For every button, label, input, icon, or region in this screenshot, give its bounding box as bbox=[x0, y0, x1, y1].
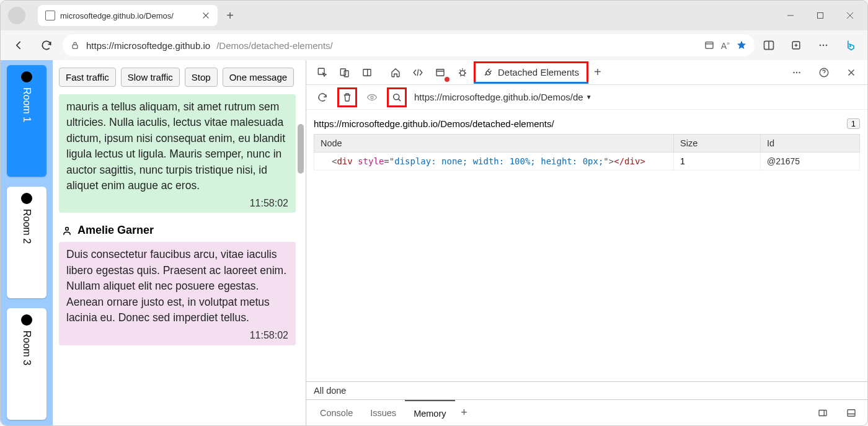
room-2[interactable]: Room 2 bbox=[7, 187, 46, 298]
user-icon bbox=[61, 225, 73, 236]
room-1[interactable]: Room 1 bbox=[7, 65, 46, 177]
url-path: /Demos/detached-elements/ bbox=[216, 40, 333, 51]
lock-icon bbox=[70, 40, 80, 50]
col-node[interactable]: Node bbox=[314, 135, 674, 153]
maximize-button[interactable] bbox=[807, 6, 834, 25]
more-tabs-button[interactable]: + bbox=[588, 65, 607, 79]
refresh-button[interactable] bbox=[35, 34, 58, 56]
svg-point-5 bbox=[820, 45, 822, 47]
drawer-more-button[interactable]: + bbox=[455, 406, 474, 419]
drawer-tab-memory[interactable]: Memory bbox=[405, 400, 454, 425]
detached-row[interactable]: <div style="display: none; width: 100%; … bbox=[314, 153, 860, 171]
help-icon[interactable] bbox=[813, 61, 835, 84]
plug-icon bbox=[483, 67, 494, 78]
bing-button[interactable] bbox=[841, 34, 860, 56]
size-cell: 1 bbox=[674, 153, 761, 171]
frame-url: https://microsoftedge.github.io/Demos/de bbox=[414, 92, 583, 102]
svg-point-15 bbox=[793, 71, 794, 73]
inspect-element-icon[interactable] bbox=[311, 61, 334, 84]
drawer-tab-console[interactable]: Console bbox=[311, 400, 361, 425]
svg-point-14 bbox=[460, 71, 465, 76]
svg-point-16 bbox=[796, 71, 797, 73]
status-dot-icon bbox=[21, 314, 32, 326]
message-time: 11:58:02 bbox=[66, 193, 288, 210]
rooms-sidebar: Room 1 Room 2 Room 3 bbox=[1, 60, 53, 425]
room-3[interactable]: Room 3 bbox=[7, 308, 46, 420]
col-size[interactable]: Size bbox=[674, 135, 761, 153]
stop-button[interactable]: Stop bbox=[185, 68, 218, 87]
svg-rect-1 bbox=[73, 45, 78, 48]
detached-elements-tab[interactable]: Detached Elements bbox=[474, 61, 588, 84]
message-text: Duis consectetur faucibus arcu, vitae ia… bbox=[66, 247, 288, 326]
id-cell: @21675 bbox=[761, 153, 860, 171]
search-icon[interactable] bbox=[389, 90, 404, 105]
message-sender: Amelie Garner bbox=[61, 224, 296, 237]
status-dot-icon bbox=[21, 193, 32, 204]
dock-side-icon[interactable] bbox=[356, 61, 378, 84]
devtools-drawer: Console Issues Memory + bbox=[306, 399, 867, 425]
status-dot-icon bbox=[21, 71, 32, 82]
browser-tab[interactable]: microsoftedge.github.io/Demos/ bbox=[38, 5, 218, 26]
one-message-button[interactable]: One message bbox=[223, 68, 294, 87]
window-titlebar: microsoftedge.github.io/Demos/ + bbox=[1, 1, 867, 30]
new-tab-button[interactable]: + bbox=[220, 6, 240, 25]
tab-label: Detached Elements bbox=[498, 67, 579, 78]
fast-traffic-button[interactable]: Fast traffic bbox=[59, 68, 116, 87]
address-bar[interactable]: https://microsoftedge.github.io/Demos/de… bbox=[63, 34, 755, 56]
drawer-expand-icon[interactable] bbox=[812, 402, 834, 424]
node-cell: <div style="display: none; width: 100%; … bbox=[314, 153, 674, 171]
chat-message: mauris a tellus aliquam, sit amet rutrum… bbox=[59, 94, 296, 213]
col-id[interactable]: Id bbox=[761, 135, 860, 153]
message-text: mauris a tellus aliquam, sit amet rutrum… bbox=[66, 99, 288, 193]
room-label: Room 1 bbox=[21, 87, 32, 122]
svg-point-19 bbox=[371, 96, 373, 99]
devtools-panel: Detached Elements + https://microsoftedg… bbox=[306, 60, 867, 425]
minimize-button[interactable] bbox=[777, 6, 804, 25]
profile-avatar[interactable] bbox=[8, 7, 25, 24]
svg-rect-2 bbox=[706, 42, 713, 49]
collections-icon[interactable] bbox=[787, 34, 805, 56]
device-emulation-icon[interactable] bbox=[334, 61, 356, 84]
page-icon bbox=[45, 11, 55, 20]
devtools-close-icon[interactable] bbox=[840, 61, 862, 84]
close-window-button[interactable] bbox=[836, 6, 864, 25]
chat-message: Duis consectetur faucibus arcu, vitae ia… bbox=[59, 242, 296, 345]
room-label: Room 3 bbox=[21, 331, 32, 365]
svg-rect-22 bbox=[848, 409, 855, 416]
welcome-tab-icon[interactable] bbox=[384, 61, 407, 84]
trash-icon[interactable] bbox=[340, 90, 355, 105]
back-button[interactable] bbox=[8, 34, 30, 56]
slow-traffic-button[interactable]: Slow traffic bbox=[121, 68, 180, 87]
svg-rect-12 bbox=[363, 69, 371, 76]
more-icon[interactable] bbox=[814, 34, 833, 56]
room-label: Room 2 bbox=[21, 209, 32, 244]
sources-tab-icon[interactable] bbox=[429, 61, 451, 84]
svg-point-20 bbox=[394, 94, 399, 99]
elements-tab-icon[interactable] bbox=[407, 61, 429, 84]
svg-point-7 bbox=[826, 45, 828, 47]
svg-point-17 bbox=[799, 71, 800, 73]
favorite-star-icon[interactable] bbox=[736, 40, 747, 51]
frame-selector[interactable]: https://microsoftedge.github.io/Demos/de… bbox=[414, 92, 592, 102]
url-host: https://microsoftedge.github.io bbox=[86, 40, 210, 51]
debug-tab-icon[interactable] bbox=[451, 61, 474, 84]
svg-rect-10 bbox=[340, 69, 345, 76]
analyze-highlight bbox=[387, 87, 407, 107]
refresh-detached-icon[interactable] bbox=[311, 86, 334, 109]
split-screen-icon[interactable] bbox=[760, 34, 778, 56]
message-time: 11:58:02 bbox=[66, 326, 288, 342]
drawer-dock-icon[interactable] bbox=[840, 402, 862, 424]
eye-icon[interactable] bbox=[361, 86, 383, 109]
close-icon[interactable] bbox=[202, 11, 210, 20]
devtools-more-icon[interactable] bbox=[786, 61, 808, 84]
app-available-icon[interactable] bbox=[704, 40, 715, 51]
read-aloud-icon[interactable]: A» bbox=[721, 40, 730, 51]
svg-point-6 bbox=[823, 45, 825, 47]
scrollbar-thumb[interactable] bbox=[298, 124, 304, 174]
detached-table: Node Size Id <div style="display: none; … bbox=[314, 134, 860, 171]
drawer-tab-issues[interactable]: Issues bbox=[361, 400, 405, 425]
sender-name: Amelie Garner bbox=[78, 224, 154, 237]
detached-count-badge: 1 bbox=[847, 118, 860, 129]
svg-rect-21 bbox=[819, 410, 826, 415]
collect-garbage-highlight bbox=[337, 87, 357, 107]
